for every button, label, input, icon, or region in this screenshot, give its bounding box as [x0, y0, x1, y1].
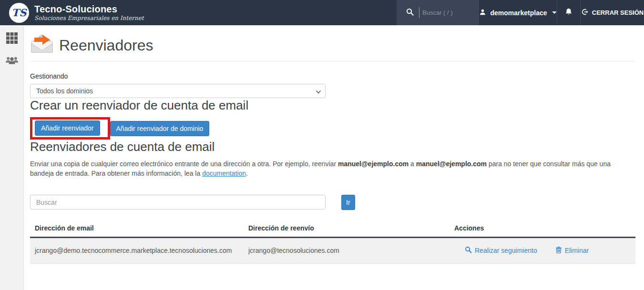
- add-forwarder-button[interactable]: Añadir reenviador: [35, 120, 100, 136]
- search-icon: [406, 8, 414, 18]
- page-header: Reenviadores: [30, 32, 635, 58]
- user-menu[interactable]: demomarketplace: [479, 0, 557, 25]
- cell-forward-to: jcrango@tecnosoluciones.com: [244, 237, 450, 263]
- left-sidebar: [0, 25, 24, 290]
- documentation-link[interactable]: documentation: [202, 170, 246, 177]
- red-highlight-box: Añadir reenviador: [30, 117, 110, 140]
- top-navbar: TS Tecno-Soluciones Soluciones Empresari…: [0, 0, 644, 25]
- trace-delivery-link[interactable]: Realizar seguimiento: [465, 246, 537, 255]
- go-button[interactable]: Ir: [341, 195, 355, 210]
- description-text: .: [246, 170, 248, 177]
- header-forward-to: Dirección de reenvío: [244, 221, 450, 238]
- example-email-1: manuel@ejemplo.com: [338, 160, 409, 168]
- example-email-2: manuel@ejemplo.com: [416, 160, 487, 168]
- domain-select-wrap: Todos los dominios: [30, 84, 326, 98]
- notifications-button[interactable]: [557, 0, 581, 25]
- description-text: Enviar una copia de cualquier correo ele…: [30, 160, 338, 168]
- add-domain-forwarder-button[interactable]: Añadir reenviador de dominio: [110, 121, 210, 136]
- main-content: Reenviadores Gestionando Todos los domin…: [24, 25, 644, 290]
- logout-icon: [581, 8, 589, 17]
- forwarder-envelope-icon: [30, 32, 54, 58]
- table-header-row: Dirección de email Dirección de reenvío …: [30, 221, 635, 238]
- navbar-search: [397, 0, 479, 25]
- apps-grid-icon[interactable]: [5, 31, 19, 45]
- cell-email: jcrango@demo.tecnocommerce.marketplace.t…: [30, 237, 244, 263]
- delete-forwarder-label: Eliminar: [565, 247, 589, 254]
- cell-actions: Realizar seguimiento Eliminar: [450, 237, 635, 263]
- table-row: jcrango@demo.tecnocommerce.marketplace.t…: [30, 237, 635, 263]
- user-icon: [479, 9, 486, 17]
- username: demomarketplace: [490, 9, 547, 17]
- create-section-heading: Crear un reenviador de cuenta de email: [30, 98, 635, 113]
- title-divider: [30, 61, 635, 61]
- table-search-input[interactable]: [30, 195, 326, 210]
- description-text: a: [409, 160, 416, 168]
- users-group-icon[interactable]: [5, 54, 19, 67]
- domain-select[interactable]: Todos los dominios: [30, 84, 326, 98]
- header-email: Dirección de email: [30, 221, 244, 238]
- list-section-description: Enviar una copia de cualquier correo ele…: [30, 159, 635, 179]
- trash-icon: [555, 246, 562, 255]
- list-section-heading: Reenviadores de cuenta de email: [30, 140, 635, 154]
- logout-button[interactable]: CERRAR SESIÓN: [581, 0, 644, 25]
- forwarders-table: Dirección de email Dirección de reenvío …: [30, 221, 635, 264]
- navbar-search-input[interactable]: [419, 7, 472, 18]
- header-actions: Acciones: [450, 221, 635, 238]
- brand-text: Tecno-Soluciones Soluciones Empresariale…: [34, 4, 144, 21]
- brand-logo-initials: TS: [12, 7, 27, 19]
- chevron-down-icon: [552, 11, 557, 14]
- brand-title: Tecno-Soluciones: [34, 4, 144, 14]
- create-buttons-row: Añadir reenviador Añadir reenviador de d…: [30, 117, 635, 140]
- bell-icon: [564, 8, 573, 18]
- brand-logo: TS: [9, 3, 29, 23]
- managing-label: Gestionando: [30, 72, 635, 80]
- delete-forwarder-link[interactable]: Eliminar: [555, 246, 589, 255]
- logout-label: CERRAR SESIÓN: [592, 9, 644, 16]
- trace-delivery-label: Realizar seguimiento: [475, 247, 537, 254]
- table-search-row: Ir: [30, 195, 635, 210]
- brand-subtitle: Soluciones Empresariales en Internet: [34, 15, 144, 21]
- brand[interactable]: TS Tecno-Soluciones Soluciones Empresari…: [0, 0, 397, 25]
- page-title: Reenviadores: [59, 37, 153, 54]
- search-icon: [465, 246, 472, 255]
